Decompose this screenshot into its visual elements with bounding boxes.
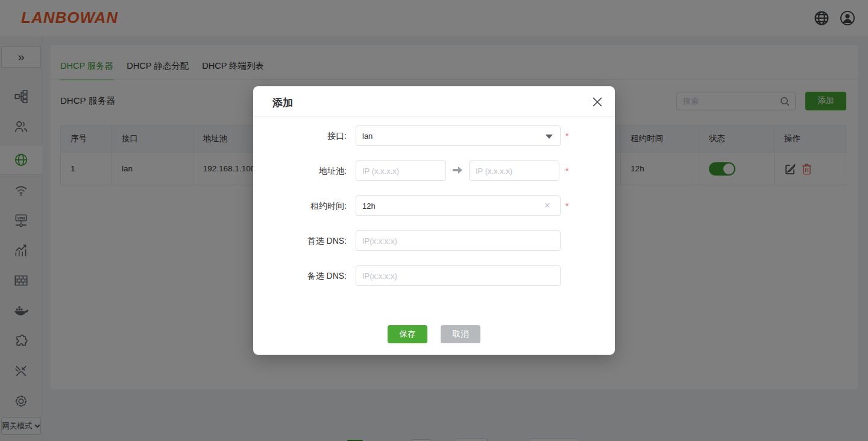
range-arrow-icon xyxy=(452,165,463,175)
interface-select-value: lan xyxy=(362,132,373,141)
select-arrow-icon xyxy=(546,135,553,139)
dns2-input[interactable] xyxy=(356,265,561,286)
field-interface: 接口: lan * xyxy=(253,125,615,146)
pool-label: 地址池: xyxy=(253,160,347,181)
interface-label: 接口: xyxy=(253,125,347,146)
interface-select[interactable]: lan xyxy=(356,125,561,146)
lease-input[interactable] xyxy=(356,195,561,216)
field-dns2: 备选 DNS: xyxy=(253,265,615,286)
field-pool: 地址池: * xyxy=(253,160,615,181)
required-asterisk: * xyxy=(565,166,568,176)
close-icon[interactable] xyxy=(592,97,603,107)
required-asterisk: * xyxy=(565,131,568,141)
field-dns1: 首选 DNS: xyxy=(253,230,615,251)
dns1-input[interactable] xyxy=(356,230,561,251)
modal-header: 添加 xyxy=(253,86,615,117)
dns1-label: 首选 DNS: xyxy=(253,230,347,251)
cancel-button[interactable]: 取消 xyxy=(441,325,480,343)
clear-icon[interactable]: ✕ xyxy=(542,201,552,211)
modal-title: 添加 xyxy=(272,96,293,110)
lease-label: 租约时间: xyxy=(253,195,347,216)
save-button[interactable]: 保存 xyxy=(388,325,427,343)
field-lease: 租约时间: ✕ * xyxy=(253,195,615,216)
dns2-label: 备选 DNS: xyxy=(253,265,347,286)
add-dhcp-modal: 添加 接口: lan * 地址池: * 租约时间: ✕ * 首选 DNS: xyxy=(253,86,615,355)
pool-start-input[interactable] xyxy=(356,160,446,181)
pool-end-input[interactable] xyxy=(469,160,559,181)
required-asterisk: * xyxy=(565,201,568,211)
